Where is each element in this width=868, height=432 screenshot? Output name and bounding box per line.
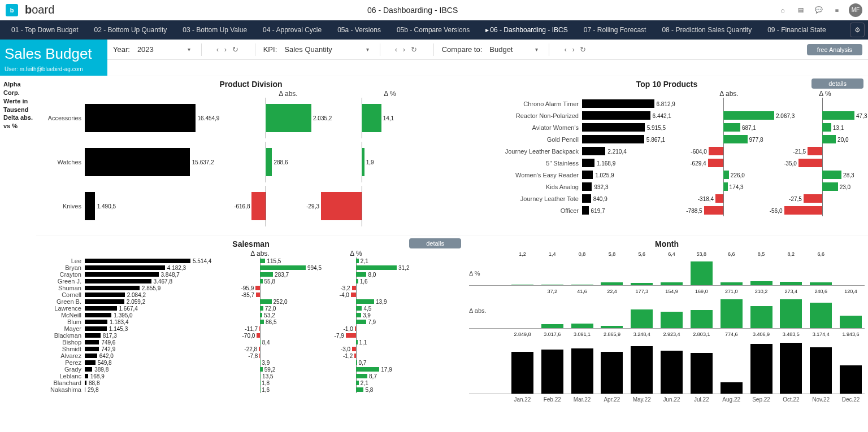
category-label: Shmidt <box>40 346 85 352</box>
layers-icon[interactable]: ▤ <box>795 4 807 16</box>
category-label: Alvarez <box>40 352 85 359</box>
bar-row: Women's Easy Reader1.025,9226,028,3 <box>469 169 865 181</box>
month-col: 1.943,6 <box>837 331 865 394</box>
month-col: 273,4 <box>777 289 805 328</box>
category-label: Bryan <box>40 264 85 271</box>
kpi-label: KPI: <box>263 45 277 54</box>
month-col <box>509 294 536 328</box>
month-col <box>837 257 865 285</box>
month-col: 3.406,9 <box>748 331 775 394</box>
month-col: 2.803,1 <box>688 331 715 394</box>
nav-tabs: 01 - Top Down Budget02 - Bottom Up Quant… <box>0 20 868 40</box>
bar-row: Reactor Non-Polarized6.442,12.067,347,3 <box>469 110 865 121</box>
month-col: 3.091,1 <box>568 331 596 394</box>
app-bar: b board 06 - Dashboarding - IBCS ⌂ ▤ 💬 ≡… <box>0 0 868 20</box>
logo-icon: b <box>6 4 18 16</box>
tab[interactable]: 03 - Bottom Up Value <box>175 20 255 40</box>
category-label: Blanchard <box>40 379 85 386</box>
category-label: Mayer <box>40 325 85 332</box>
category-label: Lawrence <box>40 305 85 312</box>
month-col: 271,0 <box>718 289 745 328</box>
bar-row: Green J.3.467,855,81,6 <box>40 278 462 285</box>
category-label: 5" Stainless <box>469 160 582 167</box>
tab[interactable]: 08 - Prediction Sales Quantity <box>654 20 760 40</box>
month-col: 1,4 <box>539 251 566 285</box>
category-label: McNeill <box>40 312 85 318</box>
tab[interactable]: 06 - Dashboarding - IBCS <box>478 20 575 40</box>
menu-icon[interactable]: ≡ <box>831 4 843 16</box>
month-col: 240,6 <box>807 289 835 328</box>
chat-icon[interactable]: 💬 <box>813 4 825 16</box>
category-label: Lee <box>40 258 85 264</box>
category-label: Chrono Alarm Timer <box>469 101 582 107</box>
bar-row: Shuman2.855,9-95,9-3,2 <box>40 285 462 291</box>
panel-salesman: details Salesman Δ abs.Δ % Lee5.514,4115… <box>36 235 466 408</box>
category-label: Women's Easy Reader <box>469 172 582 178</box>
month-label: Jul.22 <box>688 394 715 403</box>
chart-title: Salesman <box>40 239 462 248</box>
month-label: Sep.22 <box>748 394 775 403</box>
category-label: Crayton <box>40 271 85 278</box>
month-col: 5,8 <box>598 251 626 285</box>
category-label: Reactor Non-Polarized <box>469 112 582 119</box>
home-icon[interactable]: ⌂ <box>776 4 789 16</box>
kpi-nav[interactable]: ‹ › ↻ <box>395 45 419 54</box>
bar-row: Blanchard88,81,82,1 <box>40 379 462 386</box>
bar-row: Perez549,83,90,7 <box>40 359 462 366</box>
tab[interactable]: 05a - Versions <box>329 20 389 40</box>
page-title: 06 - Dashboarding - IBCS <box>54 6 771 15</box>
tab[interactable]: 07 - Rolling Forecast <box>576 20 654 40</box>
bar-row: Blackman817,3-70,0-7,9 <box>40 332 462 339</box>
compare-select[interactable]: Budget▾ <box>487 45 541 54</box>
bar-row: Shmidt742,9-22,8-3,0 <box>40 346 462 352</box>
bar-row: Bryan4.182,3994,531,2 <box>40 264 462 271</box>
month-col: 177,3 <box>628 289 656 328</box>
month-col: 3.017,6 <box>539 331 566 394</box>
chart-title: Top 10 Products <box>469 80 865 89</box>
bar-row: Alvarez642,0-7,8-1,2 <box>40 352 462 359</box>
category-label: Journey Leather Tote <box>469 195 582 202</box>
settings-icon[interactable]: ⚙ <box>850 23 865 37</box>
brand-word: board <box>25 3 54 16</box>
tab[interactable]: 02 - Bottom Up Quantity <box>86 20 175 40</box>
year-nav[interactable]: ‹ › ↻ <box>216 45 240 54</box>
unit-label: Werte in Tausend <box>3 97 33 114</box>
bar-row: Watches15.637,2288,61,9 <box>40 142 462 182</box>
kpi-select[interactable]: Sales Quantity▾ <box>281 45 372 54</box>
details-button[interactable]: details <box>811 78 863 89</box>
chart-title: Product Division <box>40 80 462 89</box>
year-select[interactable]: 2023▾ <box>134 45 193 54</box>
category-label: Bishop <box>40 339 85 346</box>
panel-top-products: details Top 10 Products Δ abs.Δ % Chrono… <box>466 76 868 235</box>
month-label: Jun.22 <box>658 394 685 403</box>
tab[interactable]: 01 - Top Down Budget <box>3 20 86 40</box>
category-label: Officer <box>469 207 582 214</box>
dashboard-title: Sales Budget <box>5 45 103 63</box>
tab[interactable]: 04 - Approval Cycle <box>255 20 329 40</box>
bar-row: Knives1.490,5-616,8-29,3 <box>40 186 462 226</box>
panel-month: Month Δ % 1,21,40,85,85,66,453,86,68,58,… <box>466 235 868 408</box>
avatar[interactable]: MF <box>849 3 862 17</box>
month-col: 2.865,9 <box>598 331 626 394</box>
bar-row: Accessories16.454,92.035,214,1 <box>40 98 462 138</box>
month-col: 6,6 <box>807 251 835 285</box>
month-col: 3.174,4 <box>807 331 835 394</box>
category-label: Perez <box>40 359 85 366</box>
bar-row: Gold Pencil5.867,1977,820,0 <box>469 133 865 145</box>
category-label: Green J. <box>40 278 85 285</box>
month-col: 210,2 <box>748 289 775 328</box>
filter-bar: Year: 2023▾ ‹ › ↻ KPI: Sales Quantity▾ ‹… <box>107 40 868 60</box>
details-button[interactable]: details <box>409 238 461 248</box>
month-label: Apr.22 <box>598 394 626 403</box>
bar-row: Green B.2.059,2252,013,9 <box>40 298 462 305</box>
month-label: May.22 <box>628 394 656 403</box>
free-analysis-button[interactable]: free Analysis <box>807 44 862 55</box>
compare-nav[interactable]: ‹ › ↻ <box>564 45 588 54</box>
month-label: Feb.22 <box>539 394 566 403</box>
month-col: 6,6 <box>718 251 745 285</box>
tab[interactable]: 09 - Financial State <box>760 20 834 40</box>
side-title: Sales Budget User: m.feith@bluebird-ag.c… <box>0 40 107 76</box>
month-col: 53,8 <box>688 251 715 285</box>
tab[interactable]: 05b - Compare Versions <box>389 20 478 40</box>
bar-row: Journey Leather Tote840,9-318,4-27,5 <box>469 193 865 204</box>
